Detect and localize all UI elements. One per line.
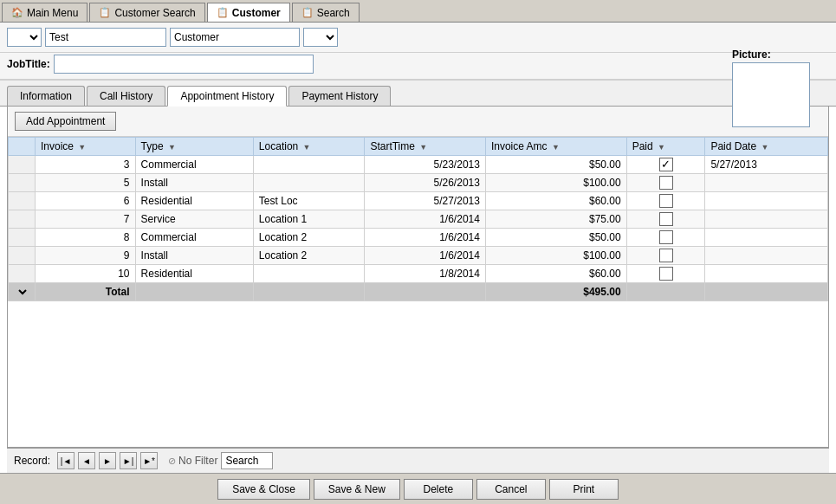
cell-invoice-id: 10 [36,265,136,283]
table-row[interactable]: 6ResidentialTest Loc5/27/2013$60.00 [9,192,828,210]
paid-checkbox[interactable] [659,230,673,244]
customer-form-area: JobTitle: Picture: [0,23,836,81]
cell-start-time: 1/6/2014 [365,210,486,229]
row-indicator [9,265,36,283]
tab-main-menu-label: Main Menu [27,7,78,19]
cell-location: Location 1 [253,210,365,229]
appointment-table-container[interactable]: Invoice ▼ Type ▼ Location ▼ StartTime ▼ … [8,137,828,447]
main-menu-icon: 🏠 [11,7,23,18]
total-row-select[interactable] [14,285,29,299]
table-row[interactable]: 10Residential1/8/2014$60.00 [9,265,828,283]
tab-search[interactable]: 📋 Search [292,3,360,22]
total-label: Total [36,283,136,301]
cell-paid[interactable] [626,265,705,283]
cell-location [253,174,365,192]
customer-icon: 📋 [217,7,229,18]
cell-paid[interactable] [626,192,705,210]
paid-checkbox[interactable] [659,194,673,208]
cell-paid[interactable] [626,229,705,247]
header-start-time[interactable]: StartTime ▼ [365,138,486,156]
jobtitle-input[interactable] [54,55,314,74]
nav-new-button[interactable]: ►* [140,452,158,469]
header-location[interactable]: Location ▼ [253,138,365,156]
last-name-input[interactable] [170,28,300,47]
save-close-button[interactable]: Save & Close [217,479,310,500]
row-indicator [9,156,36,174]
table-header-row: Invoice ▼ Type ▼ Location ▼ StartTime ▼ … [9,138,828,156]
cell-invoice-amount: $100.00 [485,174,626,192]
cell-paid[interactable] [626,174,705,192]
table-row[interactable]: 7ServiceLocation 11/6/2014$75.00 [9,210,828,229]
table-row[interactable]: 9InstallLocation 21/6/2014$100.00 [9,247,828,265]
cell-type: Residential [135,192,253,210]
main-content: JobTitle: Picture: Information Call Hist… [0,23,836,473]
cell-paid-date [705,192,828,210]
app-window: 🏠 Main Menu 📋 Customer Search 📋 Customer… [0,0,836,504]
add-appointment-button[interactable]: Add Appointment [15,112,116,131]
print-button[interactable]: Print [549,479,619,500]
tab-payment-history[interactable]: Payment History [288,86,391,106]
header-invoice-amount[interactable]: Invoice Amc ▼ [485,138,626,156]
tab-customer-label: Customer [232,7,281,19]
save-new-button[interactable]: Save & New [314,479,400,500]
paid-checkbox[interactable] [659,249,673,262]
total-row-indicator[interactable] [9,283,36,301]
tab-main-menu[interactable]: 🏠 Main Menu [2,3,87,22]
navigator-search-input[interactable] [221,452,273,469]
cell-start-time: 5/26/2013 [365,174,486,192]
row-indicator [9,174,36,192]
no-filter-indicator: ⊘ No Filter [168,455,217,467]
header-paid[interactable]: Paid ▼ [626,138,705,156]
total-empty-starttime [365,283,486,301]
nav-last-button[interactable]: ►| [120,452,137,469]
cell-paid-date: 5/27/2013 [705,156,828,174]
header-paid-date[interactable]: Paid Date ▼ [705,138,828,156]
cell-paid[interactable] [626,156,705,174]
tab-appointment-history-label: Appointment History [180,90,274,102]
cell-type: Service [135,210,253,229]
total-row: Total$495.00 [9,283,828,301]
salutation-select[interactable] [7,28,42,47]
tab-appointment-history[interactable]: Appointment History [167,86,287,107]
cell-location [253,265,365,283]
total-empty-paid [626,283,705,301]
cell-type: Install [135,247,253,265]
total-empty-paiddate [705,283,828,301]
suffix-select[interactable] [303,28,338,47]
content-panel: Add Appointment Invoice ▼ Type ▼ Locatio… [7,107,829,448]
paid-checkbox[interactable] [659,212,673,226]
cell-invoice-id: 5 [36,174,136,192]
row-indicator [9,247,36,265]
table-row[interactable]: 3Commercial5/23/2013$50.005/27/2013 [9,156,828,174]
cell-invoice-id: 7 [36,210,136,229]
tab-information[interactable]: Information [7,86,85,106]
header-invoice[interactable]: Invoice ▼ [36,138,136,156]
tab-call-history[interactable]: Call History [87,86,165,106]
cell-type: Commercial [135,156,253,174]
header-row-indicator [9,138,36,156]
appointment-table: Invoice ▼ Type ▼ Location ▼ StartTime ▼ … [8,137,828,301]
navigator-bar: Record: |◄ ◄ ► ►| ►* ⊘ No Filter [7,448,829,473]
tab-payment-history-label: Payment History [301,90,378,102]
tab-call-history-label: Call History [100,90,152,102]
table-row[interactable]: 5Install5/26/2013$100.00 [9,174,828,192]
header-type[interactable]: Type ▼ [135,138,253,156]
no-filter-label: No Filter [178,455,217,467]
nav-prev-button[interactable]: ◄ [78,452,95,469]
cell-start-time: 1/8/2014 [365,265,486,283]
nav-next-button[interactable]: ► [99,452,116,469]
cell-paid[interactable] [626,247,705,265]
tab-customer-search[interactable]: 📋 Customer Search [89,3,204,22]
nav-first-button[interactable]: |◄ [57,452,75,469]
tab-customer[interactable]: 📋 Customer [207,3,290,22]
paid-checkbox[interactable] [659,176,673,190]
cancel-button[interactable]: Cancel [476,479,546,500]
paid-checkbox[interactable] [659,158,673,171]
cell-paid[interactable] [626,210,705,229]
delete-button[interactable]: Delete [404,479,473,500]
table-row[interactable]: 8CommercialLocation 21/6/2014$50.00 [9,229,828,247]
first-name-input[interactable] [45,28,166,47]
paid-checkbox[interactable] [659,267,673,281]
total-amount: $495.00 [485,283,626,301]
cell-paid-date [705,229,828,247]
